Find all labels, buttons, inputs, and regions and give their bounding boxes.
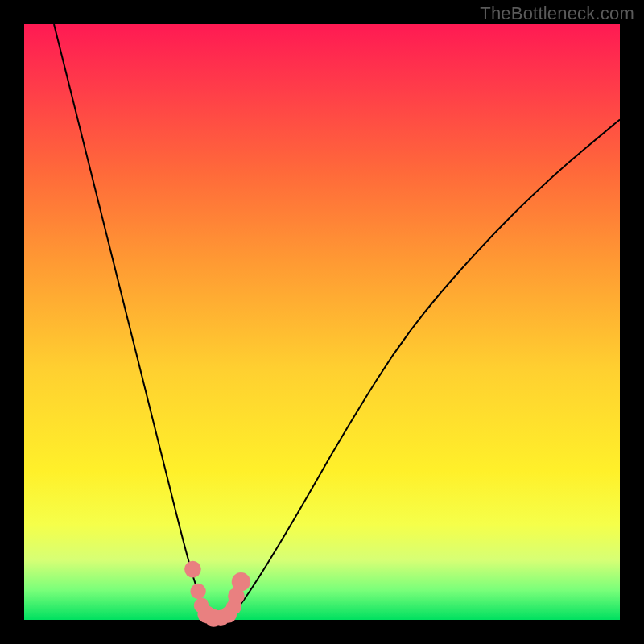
watermark-text: TheBottleneck.com [480,3,634,24]
curve-right-branch [227,119,620,620]
data-markers [184,561,250,627]
plot-area [24,24,620,620]
curve-left-branch [54,24,212,620]
data-marker [190,584,205,599]
data-marker [232,572,250,591]
data-marker [184,561,201,578]
chart-frame: TheBottleneck.com [0,0,644,644]
curve-layer [24,24,620,620]
